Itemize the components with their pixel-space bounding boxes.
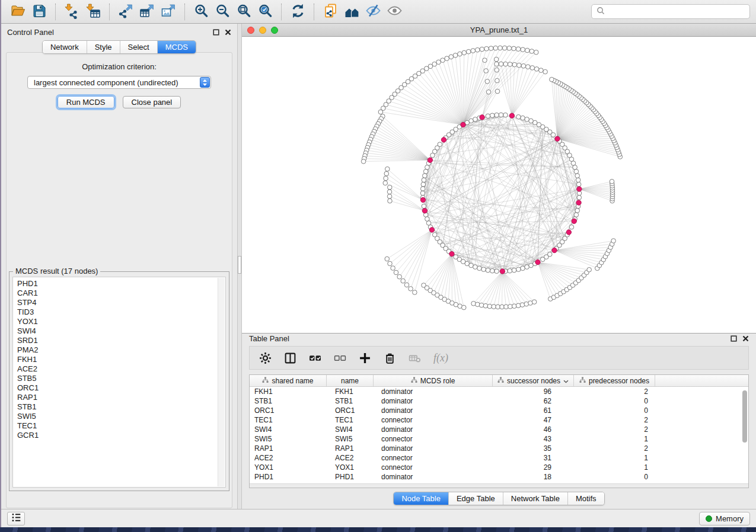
network-node[interactable] <box>611 239 616 243</box>
status-menu-button[interactable] <box>7 512 25 525</box>
table-cell[interactable]: 61 <box>493 406 574 415</box>
network-node[interactable] <box>483 58 487 63</box>
network-node[interactable] <box>484 46 489 51</box>
table-row[interactable]: RAP1RAP1dominator352 <box>250 444 748 453</box>
zoom-fit-button[interactable] <box>233 2 254 21</box>
table-cell[interactable]: TEC1 <box>327 416 374 424</box>
network-node[interactable] <box>499 113 503 117</box>
network-node[interactable] <box>500 305 505 309</box>
save-button[interactable] <box>28 2 50 21</box>
table-scrollbar-thumb[interactable] <box>742 390 747 443</box>
column-header-name[interactable]: name <box>327 375 374 386</box>
close-panel-action-button[interactable]: Close panel <box>123 96 181 108</box>
network-node[interactable] <box>484 69 489 73</box>
sort-chevron-icon[interactable] <box>563 377 569 385</box>
table-cell[interactable]: 96 <box>493 387 574 396</box>
table-cell[interactable]: connector <box>374 416 493 424</box>
network-node[interactable] <box>479 303 484 307</box>
network-node[interactable] <box>477 266 482 271</box>
network-node[interactable] <box>576 182 581 187</box>
mcds-node[interactable] <box>572 219 576 223</box>
table-cell[interactable]: dominator <box>374 397 493 405</box>
table-row[interactable]: FKH1FKH1dominator962 <box>250 387 748 396</box>
mcds-result-item[interactable]: TEC1 <box>17 421 217 431</box>
network-node[interactable] <box>388 261 393 266</box>
columns-icon[interactable] <box>284 352 296 364</box>
network-node[interactable] <box>378 110 383 114</box>
network-node[interactable] <box>516 303 521 308</box>
table-row[interactable]: SWI4SWI4dominator462 <box>250 425 748 434</box>
refresh-button[interactable] <box>287 2 308 21</box>
network-node[interactable] <box>430 153 435 158</box>
table-row[interactable]: PHD1PHD1dominator180 <box>250 472 748 482</box>
mcds-result-list[interactable]: PHD1CAR1STP4TID3YOX1SWI4SRD1PMA2FKH1ACE2… <box>12 277 226 488</box>
float-table-panel-button[interactable] <box>731 335 737 342</box>
panel-splitter[interactable] <box>237 24 242 509</box>
table-cell[interactable]: RAP1 <box>250 444 327 453</box>
network-node[interactable] <box>499 62 503 66</box>
mcds-result-item[interactable]: TID3 <box>17 307 217 317</box>
search-input[interactable] <box>608 7 745 16</box>
network-node[interactable] <box>401 278 406 283</box>
network-node[interactable] <box>512 62 517 67</box>
mcds-result-item[interactable]: STB5 <box>17 374 217 383</box>
network-node[interactable] <box>495 68 499 72</box>
network-node[interactable] <box>422 204 426 209</box>
network-node[interactable] <box>492 305 496 309</box>
network-node[interactable] <box>495 269 499 274</box>
network-node[interactable] <box>516 267 521 272</box>
network-node[interactable] <box>486 89 491 94</box>
table-cell[interactable]: 62 <box>493 397 574 405</box>
mcds-node[interactable] <box>449 251 454 256</box>
table-row[interactable]: YOX1YOX1connector291 <box>250 463 748 472</box>
zoom-out-button[interactable] <box>212 2 233 21</box>
table-row[interactable]: TEC1TEC1connector472 <box>250 415 748 425</box>
zoom-in-button[interactable] <box>190 2 212 21</box>
table-row[interactable]: ACE2ACE2connector311 <box>250 453 748 463</box>
network-node[interactable] <box>495 113 499 117</box>
table-cell[interactable]: 18 <box>493 473 574 481</box>
table-cell[interactable]: 2 <box>574 387 655 396</box>
table-cell[interactable]: ACE2 <box>327 454 374 462</box>
network-node[interactable] <box>543 69 548 74</box>
mcds-result-item[interactable]: RAP1 <box>17 393 217 402</box>
export-table-button[interactable] <box>136 2 158 21</box>
table-cell[interactable]: 43 <box>493 435 574 443</box>
network-graph[interactable] <box>242 37 755 332</box>
table-cell[interactable]: dominator <box>374 387 493 396</box>
open-folder-button[interactable] <box>7 2 28 21</box>
network-node[interactable] <box>420 191 425 196</box>
network-node[interactable] <box>529 118 534 123</box>
table-cell[interactable]: STB1 <box>250 397 327 405</box>
network-node[interactable] <box>534 50 538 55</box>
mcds-node[interactable] <box>428 158 432 162</box>
network-node[interactable] <box>475 47 480 52</box>
table-cell[interactable]: connector <box>374 454 493 462</box>
network-node[interactable] <box>421 182 426 187</box>
table-cell[interactable]: PHD1 <box>250 473 327 481</box>
mcds-result-item[interactable]: YOX1 <box>17 317 217 326</box>
mcds-result-item[interactable]: FKH1 <box>17 355 217 364</box>
network-node[interactable] <box>502 46 507 50</box>
mcds-node[interactable] <box>429 227 434 232</box>
table-cell[interactable]: 2 <box>574 416 655 424</box>
network-node[interactable] <box>486 268 490 273</box>
close-panel-button[interactable] <box>225 29 231 36</box>
network-node[interactable] <box>475 302 480 307</box>
tab-network[interactable]: Network <box>43 41 87 53</box>
network-node[interactable] <box>530 66 535 70</box>
network-node[interactable] <box>422 178 426 182</box>
table-cell[interactable]: PHD1 <box>327 473 374 481</box>
close-table-panel-button[interactable] <box>742 335 749 342</box>
network-node[interactable] <box>473 265 478 270</box>
network-node[interactable] <box>493 46 498 50</box>
run-mcds-button[interactable]: Run MCDS <box>58 96 114 108</box>
network-node[interactable] <box>361 159 366 164</box>
table-cell[interactable]: 1 <box>574 454 655 462</box>
tab-select[interactable]: Select <box>120 41 157 53</box>
import-network-button[interactable] <box>61 2 82 21</box>
network-node[interactable] <box>387 185 392 190</box>
table-cell[interactable]: SWI5 <box>327 435 374 443</box>
mcds-node[interactable] <box>552 248 557 252</box>
network-node[interactable] <box>534 67 539 72</box>
